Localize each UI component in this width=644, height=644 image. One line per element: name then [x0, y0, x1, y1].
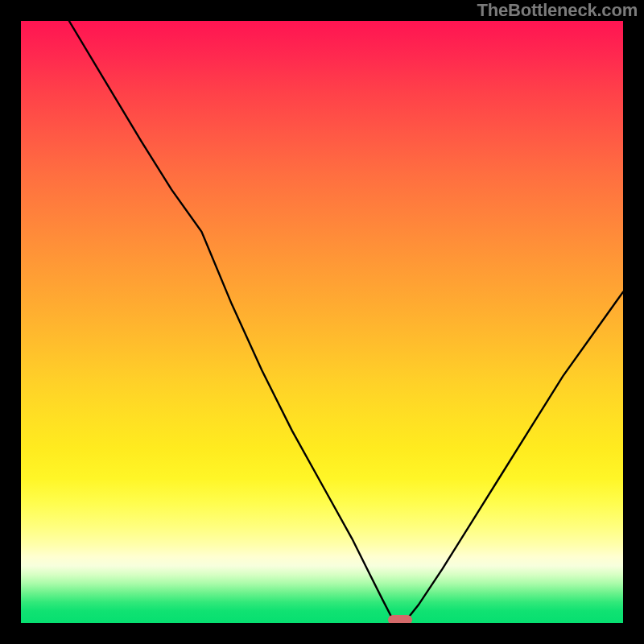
optimal-point-marker	[388, 615, 412, 623]
bottleneck-curve	[69, 21, 623, 620]
watermark-text: TheBottleneck.com	[477, 0, 638, 21]
chart-frame: TheBottleneck.com	[0, 0, 644, 644]
plot-area	[21, 21, 623, 623]
bottleneck-curve-svg	[21, 21, 623, 623]
